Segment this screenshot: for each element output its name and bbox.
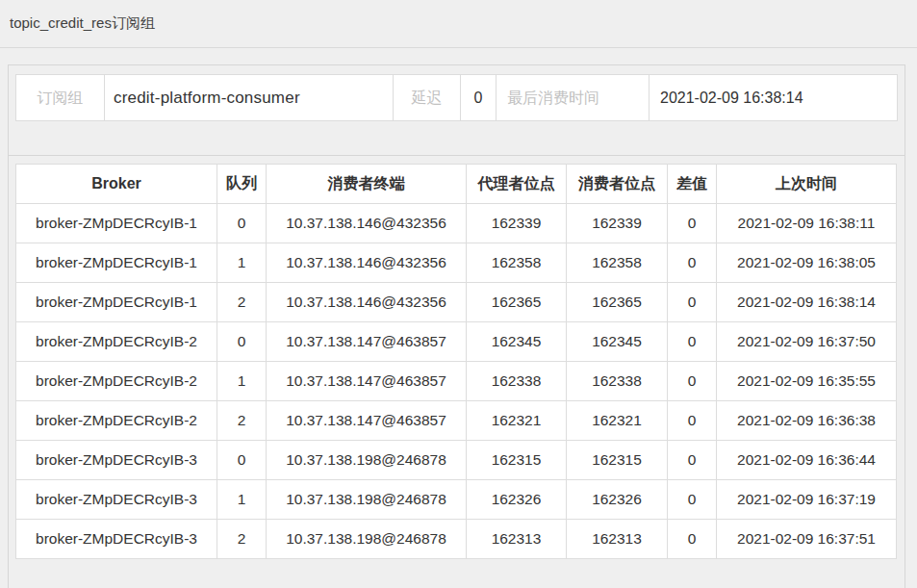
delay-value: 0	[461, 75, 497, 120]
table-cell: 10.37.138.146@432356	[267, 204, 467, 243]
table-cell: 0	[668, 401, 717, 441]
table-cell: 2021-02-09 16:38:11	[717, 204, 897, 243]
table-cell: broker-ZMpDECRcyIB-2	[16, 322, 217, 362]
table-cell: 0	[668, 322, 717, 362]
table-cell: 162339	[567, 204, 668, 243]
table-row: broker-ZMpDECRcyIB-1 1 10.37.138.146@432…	[16, 243, 897, 283]
table-cell: 2	[217, 520, 267, 559]
table-cell: 162321	[567, 401, 668, 441]
column-header: Broker	[16, 165, 217, 204]
subscription-detail-panel: 订阅组 credit-platform-consumer 延迟 0 最后消费时间…	[8, 64, 905, 588]
broker-table-body: broker-ZMpDECRcyIB-1 0 10.37.138.146@432…	[16, 204, 897, 559]
table-cell: 0	[217, 204, 267, 243]
table-cell: 2	[217, 283, 267, 322]
table-cell: 2021-02-09 16:38:14	[717, 283, 897, 322]
table-cell: broker-ZMpDECRcyIB-1	[16, 283, 217, 322]
table-cell: 162313	[467, 520, 567, 559]
table-cell: 0	[668, 441, 717, 480]
table-cell: broker-ZMpDECRcyIB-1	[16, 243, 217, 283]
table-cell: broker-ZMpDECRcyIB-3	[16, 480, 217, 520]
table-cell: 0	[668, 204, 717, 243]
page-title: topic_credit_res订阅组	[10, 0, 155, 46]
table-cell: 10.37.138.198@246878	[267, 520, 467, 559]
table-cell: 0	[668, 520, 717, 559]
table-cell: 162338	[467, 362, 567, 401]
subscription-group-label: 订阅组	[16, 75, 105, 120]
table-cell: 0	[668, 362, 717, 401]
table-cell: 2021-02-09 16:37:50	[717, 322, 897, 362]
table-cell: 162326	[467, 480, 567, 520]
table-cell: 162315	[567, 441, 668, 480]
table-cell: 10.37.138.147@463857	[267, 401, 467, 441]
page-title-bar: topic_credit_res订阅组	[0, 0, 917, 48]
last-consume-time-value: 2021-02-09 16:38:14	[650, 75, 897, 120]
table-cell: 10.37.138.147@463857	[267, 362, 467, 401]
table-cell: 10.37.138.198@246878	[267, 441, 467, 480]
table-cell: 0	[217, 441, 267, 480]
table-row: broker-ZMpDECRcyIB-3 0 10.37.138.198@246…	[16, 441, 897, 480]
table-cell: 0	[668, 480, 717, 520]
table-cell: 0	[217, 322, 267, 362]
table-cell: 10.37.138.198@246878	[267, 480, 467, 520]
table-cell: 162345	[567, 322, 668, 362]
table-cell: 0	[668, 283, 717, 322]
table-cell: 10.37.138.146@432356	[267, 283, 467, 322]
table-row: broker-ZMpDECRcyIB-3 1 10.37.138.198@246…	[16, 480, 897, 520]
console-screen: topic_credit_res订阅组 订阅组 credit-platform-…	[0, 0, 917, 588]
subscription-group-value: credit-platform-consumer	[105, 75, 394, 120]
table-cell: 162338	[567, 362, 668, 401]
table-cell: 162326	[567, 480, 668, 520]
table-cell: 2021-02-09 16:36:44	[717, 441, 897, 480]
table-row: broker-ZMpDECRcyIB-2 1 10.37.138.147@463…	[16, 362, 897, 401]
table-cell: 162345	[467, 322, 567, 362]
table-cell: 0	[668, 243, 717, 283]
column-header: 上次时间	[717, 165, 897, 204]
table-cell: broker-ZMpDECRcyIB-3	[16, 441, 217, 480]
table-cell: 10.37.138.146@432356	[267, 243, 467, 283]
table-cell: 2	[217, 401, 267, 441]
table-cell: broker-ZMpDECRcyIB-3	[16, 520, 217, 559]
table-cell: 2021-02-09 16:37:19	[717, 480, 897, 520]
delay-label: 延迟	[394, 75, 461, 120]
table-cell: 1	[217, 362, 267, 401]
info-section: 订阅组 credit-platform-consumer 延迟 0 最后消费时间…	[9, 74, 904, 156]
table-cell: 162315	[467, 441, 567, 480]
table-cell: 162358	[567, 243, 668, 283]
column-header: 消费者位点	[567, 165, 668, 204]
table-cell: 1	[217, 480, 267, 520]
table-cell: 162365	[567, 283, 668, 322]
subscription-info-bar: 订阅组 credit-platform-consumer 延迟 0 最后消费时间…	[15, 74, 898, 121]
table-row: broker-ZMpDECRcyIB-3 2 10.37.138.198@246…	[16, 520, 897, 559]
table-row: broker-ZMpDECRcyIB-1 2 10.37.138.146@432…	[16, 283, 897, 322]
table-cell: 10.37.138.147@463857	[267, 322, 467, 362]
table-header-row: Broker队列消费者终端代理者位点消费者位点差值上次时间	[16, 165, 897, 204]
table-cell: 2021-02-09 16:35:55	[717, 362, 897, 401]
column-header: 队列	[217, 165, 267, 204]
column-header: 消费者终端	[267, 165, 467, 204]
broker-table-wrap: Broker队列消费者终端代理者位点消费者位点差值上次时间 broker-ZMp…	[15, 164, 904, 559]
table-cell: 1	[217, 243, 267, 283]
table-cell: broker-ZMpDECRcyIB-2	[16, 401, 217, 441]
table-row: broker-ZMpDECRcyIB-2 2 10.37.138.147@463…	[16, 401, 897, 441]
table-cell: 162313	[567, 520, 668, 559]
table-row: broker-ZMpDECRcyIB-2 0 10.37.138.147@463…	[16, 322, 897, 362]
table-cell: 162339	[467, 204, 567, 243]
table-cell: broker-ZMpDECRcyIB-2	[16, 362, 217, 401]
table-cell: 2021-02-09 16:38:05	[717, 243, 897, 283]
last-consume-time-label: 最后消费时间	[497, 75, 650, 120]
broker-offset-table: Broker队列消费者终端代理者位点消费者位点差值上次时间 broker-ZMp…	[15, 164, 897, 559]
table-row: broker-ZMpDECRcyIB-1 0 10.37.138.146@432…	[16, 204, 897, 243]
column-header: 差值	[668, 165, 717, 204]
table-cell: 2021-02-09 16:37:51	[717, 520, 897, 559]
table-cell: 162321	[467, 401, 567, 441]
table-cell: broker-ZMpDECRcyIB-1	[16, 204, 217, 243]
column-header: 代理者位点	[467, 165, 567, 204]
table-cell: 162358	[467, 243, 567, 283]
table-cell: 2021-02-09 16:36:38	[717, 401, 897, 441]
table-cell: 162365	[467, 283, 567, 322]
